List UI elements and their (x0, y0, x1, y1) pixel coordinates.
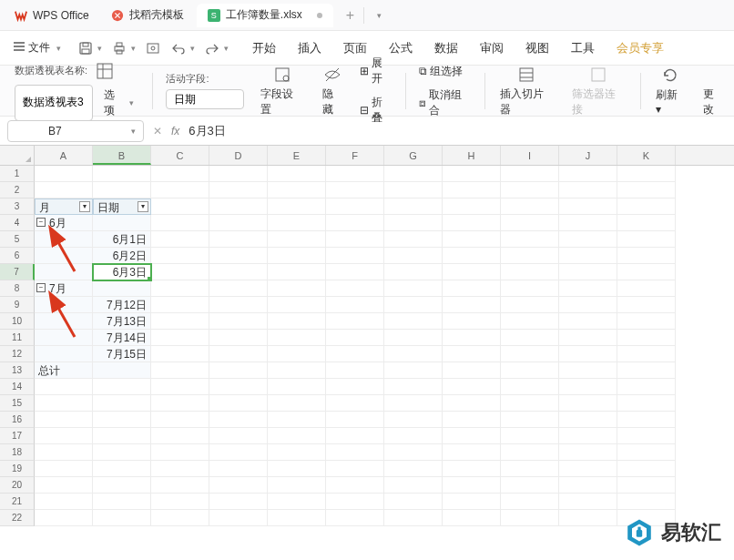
select-all-corner[interactable] (0, 146, 35, 165)
cell[interactable] (209, 297, 268, 313)
cell[interactable] (268, 494, 326, 510)
save-icon[interactable] (77, 40, 94, 56)
cell[interactable] (617, 395, 676, 412)
cell[interactable] (443, 248, 501, 264)
cell[interactable] (559, 494, 617, 510)
cell[interactable] (268, 362, 326, 379)
cell[interactable] (559, 182, 617, 199)
cell[interactable] (384, 248, 443, 264)
cell[interactable]: 日期▾ (93, 199, 151, 215)
cell[interactable] (443, 330, 501, 346)
col-header-f[interactable]: F (326, 146, 384, 165)
cell[interactable] (209, 477, 268, 494)
cell[interactable] (326, 461, 384, 477)
cell[interactable] (384, 280, 443, 297)
cell[interactable] (209, 166, 268, 182)
expand-button[interactable]: ⊞ 展开 (354, 53, 398, 89)
menu-view[interactable]: 视图 (524, 36, 551, 60)
cell[interactable] (35, 297, 93, 313)
cell[interactable] (35, 461, 93, 477)
cell[interactable] (501, 379, 559, 395)
row-header[interactable]: 13 (0, 362, 35, 379)
group-select-button[interactable]: ⧉ 组选择 (413, 61, 477, 82)
cell[interactable] (151, 395, 209, 412)
cell[interactable] (35, 313, 93, 330)
cell[interactable] (209, 346, 268, 362)
cell[interactable] (443, 510, 501, 526)
cell[interactable] (501, 280, 559, 297)
cell[interactable] (443, 395, 501, 412)
row-header[interactable]: 20 (0, 477, 35, 494)
cell[interactable] (384, 362, 443, 379)
cell[interactable] (384, 444, 443, 461)
cell[interactable] (443, 182, 501, 199)
cell[interactable] (559, 362, 617, 379)
cell[interactable] (617, 231, 676, 248)
cell[interactable] (209, 330, 268, 346)
cell[interactable] (35, 182, 93, 199)
cell[interactable] (326, 494, 384, 510)
cell[interactable] (209, 231, 268, 248)
cell[interactable] (617, 444, 676, 461)
cell[interactable] (35, 477, 93, 494)
col-header-e[interactable]: E (268, 146, 326, 165)
menu-tools[interactable]: 工具 (569, 36, 596, 60)
cell[interactable] (384, 313, 443, 330)
cell[interactable] (151, 362, 209, 379)
cell[interactable] (559, 379, 617, 395)
cell[interactable] (93, 182, 151, 199)
cell[interactable] (326, 510, 384, 526)
cell[interactable] (35, 166, 93, 182)
change-button[interactable]: 更改 (696, 65, 725, 117)
cell[interactable] (326, 362, 384, 379)
cell[interactable] (617, 166, 676, 182)
row-header[interactable]: 10 (0, 313, 35, 330)
cell[interactable] (443, 477, 501, 494)
cell[interactable] (268, 215, 326, 231)
cell[interactable] (501, 444, 559, 461)
cell[interactable] (35, 494, 93, 510)
cell[interactable] (443, 264, 501, 280)
cell[interactable] (268, 248, 326, 264)
cell[interactable] (93, 510, 151, 526)
cell[interactable] (443, 280, 501, 297)
cell[interactable] (384, 395, 443, 412)
cell[interactable] (209, 395, 268, 412)
cell[interactable] (209, 362, 268, 379)
cell[interactable] (559, 510, 617, 526)
cell[interactable] (559, 330, 617, 346)
name-box[interactable]: B7 ▾ (7, 120, 144, 142)
save-caret-icon[interactable]: ▾ (97, 44, 102, 53)
cell[interactable] (384, 215, 443, 231)
tab-menu-caret-icon[interactable]: ▾ (377, 11, 382, 20)
cell[interactable] (443, 461, 501, 477)
active-field-input[interactable] (166, 89, 244, 109)
row-header[interactable]: 9 (0, 297, 35, 313)
cell[interactable] (93, 494, 151, 510)
cell[interactable] (384, 477, 443, 494)
collapse-group-icon[interactable]: − (36, 218, 46, 227)
cell[interactable]: 6月3日 (93, 264, 151, 280)
cell[interactable] (268, 182, 326, 199)
cell[interactable] (35, 346, 93, 362)
refresh-button[interactable]: 刷新 ▾ (648, 66, 693, 116)
cell[interactable]: 7月12日 (93, 297, 151, 313)
cell[interactable]: 月▾ (35, 199, 93, 215)
redo-icon[interactable] (204, 40, 220, 56)
cell[interactable] (35, 264, 93, 280)
cell[interactable] (209, 280, 268, 297)
cell[interactable] (501, 166, 559, 182)
row-header[interactable]: 16 (0, 412, 35, 428)
cell[interactable] (151, 494, 209, 510)
cell[interactable] (209, 461, 268, 477)
row-header[interactable]: 3 (0, 199, 35, 215)
menu-data[interactable]: 数据 (433, 36, 460, 60)
cell[interactable] (501, 362, 559, 379)
new-tab-button[interactable]: + (346, 7, 354, 24)
cell[interactable] (268, 199, 326, 215)
cell[interactable] (209, 494, 268, 510)
cell[interactable] (384, 166, 443, 182)
cell[interactable] (151, 297, 209, 313)
cell[interactable] (559, 412, 617, 428)
row-header[interactable]: 7 (0, 264, 35, 280)
